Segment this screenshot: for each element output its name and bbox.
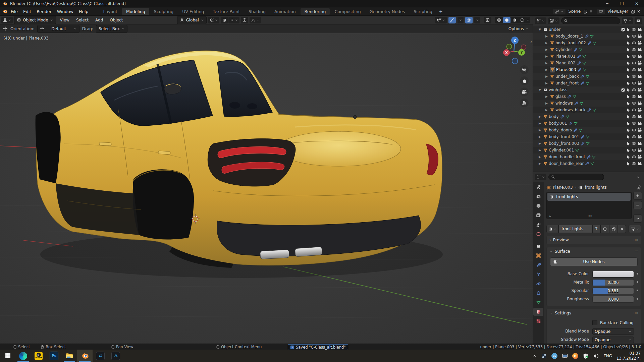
outliner-row-Plane.002[interactable]: ▶Plane.002: [533, 60, 644, 66]
render-visibility-icon[interactable]: [637, 81, 642, 85]
unlink-material-button[interactable]: [618, 225, 626, 233]
modifier-wrench-icon[interactable]: [577, 68, 582, 72]
outliner-row-Plane.003[interactable]: ▶Plane.003: [533, 66, 644, 73]
expand-icon[interactable]: ▶: [538, 162, 542, 165]
hide-icon[interactable]: [632, 148, 636, 153]
saved-notification[interactable]: Saved "C-Class_alt.blend": [288, 344, 348, 350]
render-visibility-icon[interactable]: [637, 61, 642, 65]
outliner-row-body_doors_1[interactable]: ▶body_doors_1: [533, 33, 644, 40]
hide-icon[interactable]: [632, 101, 636, 106]
render-visibility-icon[interactable]: [637, 108, 642, 112]
object-menu[interactable]: Object: [107, 18, 125, 22]
shading-wireframe-button[interactable]: [495, 17, 503, 23]
outliner-row-Cylinder[interactable]: ▶Cylinder: [533, 46, 644, 53]
modifier-wrench-icon[interactable]: [584, 34, 589, 39]
object-name[interactable]: body_front.003: [549, 141, 579, 146]
mesh-data-icon[interactable]: [590, 34, 594, 39]
object-name[interactable]: under_back: [555, 74, 579, 79]
material-slot-list[interactable]: front lights ▸ ∷∷: [546, 192, 632, 219]
expand-icon[interactable]: ▶: [544, 102, 549, 105]
outliner-row-windows_black[interactable]: ▶windows_black: [533, 107, 644, 113]
workspace-tab-geometry-nodes[interactable]: Geometry Nodes: [366, 8, 409, 15]
display-icon[interactable]: [562, 353, 568, 359]
mesh-data-icon[interactable]: [565, 115, 570, 119]
mesh-data-icon[interactable]: [572, 95, 577, 99]
speaker-icon[interactable]: [593, 353, 599, 359]
hide-icon[interactable]: [632, 128, 636, 132]
taskbar-clock[interactable]: 01:37 13.7.2022 г.: [616, 351, 641, 361]
collection-checkbox-icon[interactable]: [621, 88, 625, 92]
modifier-wrench-icon[interactable]: [574, 101, 578, 106]
view-layer-tab[interactable]: [533, 211, 543, 219]
physics-tab[interactable]: [533, 280, 543, 288]
render-visibility-icon[interactable]: [637, 161, 642, 166]
expand-icon[interactable]: ▶: [544, 55, 549, 58]
hide-icon[interactable]: [632, 87, 636, 92]
menu-file[interactable]: File: [8, 9, 20, 14]
mesh-data-icon[interactable]: [586, 141, 590, 146]
expand-icon[interactable]: ▶: [538, 155, 542, 159]
hide-icon[interactable]: [632, 121, 636, 126]
animate-dot-icon[interactable]: [637, 298, 638, 300]
close-button[interactable]: ✕: [629, 0, 644, 7]
render-visibility-icon[interactable]: [637, 54, 642, 59]
world-tab[interactable]: [533, 230, 543, 238]
add-menu[interactable]: Add: [93, 18, 106, 22]
object-name[interactable]: body: [549, 114, 559, 119]
selectable-icon[interactable]: [626, 162, 631, 166]
collection-tab[interactable]: [533, 242, 543, 250]
render-visibility-icon[interactable]: [637, 101, 642, 106]
remove-viewlayer-icon[interactable]: [637, 9, 641, 13]
expand-icon[interactable]: ▶: [544, 68, 549, 71]
texture-tab[interactable]: [533, 317, 543, 325]
modifier-wrench-icon[interactable]: [580, 81, 584, 85]
expand-icon[interactable]: ▶: [544, 75, 549, 78]
mesh-icon[interactable]: [550, 81, 554, 85]
hide-icon[interactable]: [632, 54, 636, 59]
object-name[interactable]: Cylinder.001: [549, 148, 574, 153]
workspace-tab-rendering[interactable]: Rendering: [301, 8, 330, 15]
outliner-row-under_back[interactable]: ▶under_back: [533, 73, 644, 80]
axis-neg-z[interactable]: [512, 58, 518, 64]
object-name[interactable]: under_front: [555, 81, 579, 85]
animate-dot-icon[interactable]: [637, 290, 638, 291]
sidebar-collapse-arrow[interactable]: ‹: [530, 39, 532, 45]
taskbar-app-2[interactable]: [108, 350, 123, 362]
use-nodes-button[interactable]: Use Nodes: [550, 257, 638, 266]
expand-icon[interactable]: ▶: [544, 108, 549, 112]
pin-icon[interactable]: [637, 185, 641, 190]
object-name[interactable]: Plane.002: [555, 61, 576, 65]
windows-security-icon[interactable]: [583, 353, 589, 359]
pan-button[interactable]: [520, 76, 529, 85]
render-visibility-icon[interactable]: [637, 94, 642, 99]
selectable-icon[interactable]: [626, 54, 631, 59]
modifier-wrench-icon[interactable]: [580, 135, 585, 139]
hide-icon[interactable]: [632, 41, 636, 45]
outliner-row-under[interactable]: ▼under: [533, 26, 644, 33]
tray-expand-icon[interactable]: [533, 354, 537, 358]
material-filter-button[interactable]: [629, 225, 641, 233]
modifier-wrench-icon[interactable]: [568, 121, 573, 126]
selectable-icon[interactable]: [626, 115, 631, 119]
view-menu[interactable]: View: [57, 18, 72, 22]
menu-help[interactable]: Help: [76, 9, 91, 14]
workspace-tab-animation[interactable]: Animation: [270, 8, 300, 15]
render-visibility-icon[interactable]: [637, 121, 642, 126]
new-material-button[interactable]: [609, 225, 618, 233]
axis-neg-y[interactable]: [507, 44, 512, 49]
mesh-icon[interactable]: [543, 134, 548, 139]
mesh-data-icon[interactable]: [574, 121, 578, 126]
shadow-mode-dropdown[interactable]: Opaque: [592, 337, 634, 343]
viewlayer-browse-button[interactable]: [597, 9, 605, 14]
mesh-icon[interactable]: [550, 74, 554, 79]
restore-button[interactable]: ❐: [614, 0, 629, 7]
modifier-wrench-icon[interactable]: [587, 41, 591, 45]
render-visibility-icon[interactable]: [637, 47, 642, 52]
collection-checkbox-icon[interactable]: [621, 27, 625, 32]
workspace-tab-scripting[interactable]: Scripting: [410, 8, 436, 15]
outliner-row-door_handle_rear[interactable]: ▶door_handle_rear: [533, 160, 644, 167]
media-app-icon[interactable]: ▶: [572, 353, 578, 359]
mesh-icon[interactable]: [550, 41, 554, 45]
xray-toggle[interactable]: [484, 17, 491, 23]
visibility-dropdown[interactable]: [435, 17, 447, 23]
